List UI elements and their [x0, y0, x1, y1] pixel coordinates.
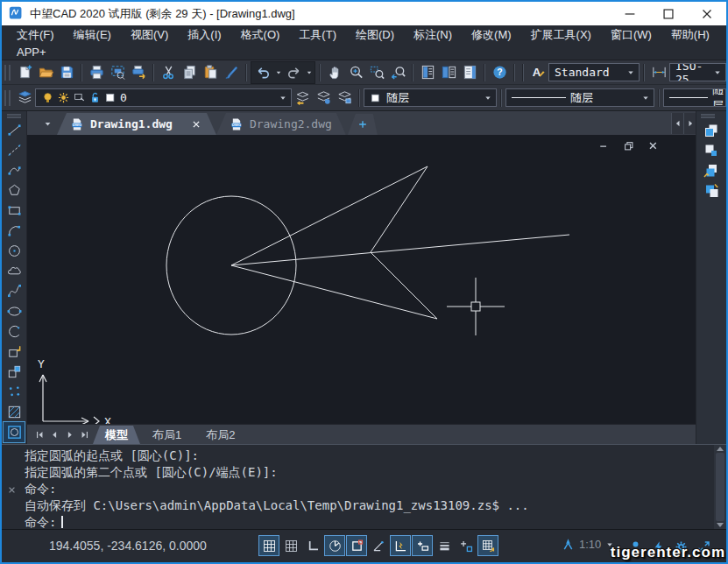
line-tool-button[interactable] — [4, 120, 25, 140]
wipeout-tool-button[interactable] — [4, 422, 25, 442]
toolbar-grip[interactable] — [7, 114, 21, 118]
paste-button[interactable] — [200, 62, 221, 83]
close-button[interactable] — [688, 2, 726, 25]
polar-toggle[interactable] — [325, 536, 344, 555]
help-button[interactable]: ? — [489, 62, 510, 83]
new-file-button[interactable] — [14, 62, 35, 83]
draworder-back-tool-button[interactable] — [701, 140, 722, 160]
menu-item-5[interactable]: 工具(T) — [289, 25, 346, 45]
format-painter-button[interactable] — [221, 62, 242, 83]
ellipse-arc-tool-button[interactable] — [4, 321, 25, 342]
undo-button[interactable] — [252, 62, 273, 83]
osnap-toggle[interactable] — [347, 536, 366, 555]
command-line-panel[interactable]: 指定圆弧的起点或 [圆心(C)]:指定圆弧的第二个点或 [圆心(C)/端点(E)… — [2, 444, 726, 529]
insert-block-tool-button[interactable] — [4, 342, 25, 362]
zoom-window-button[interactable] — [366, 62, 387, 83]
layer-isolate-button[interactable] — [334, 88, 355, 109]
layer-states-button[interactable] — [313, 88, 334, 109]
redo-button[interactable] — [283, 62, 304, 83]
new-document-tab-button[interactable] — [348, 114, 378, 135]
minimize-button[interactable] — [611, 2, 649, 25]
dynamic-input-toggle[interactable] — [413, 536, 432, 555]
pan-button[interactable] — [324, 62, 345, 83]
annotation-monitor-toggle[interactable] — [478, 536, 498, 555]
grid-toggle[interactable] — [281, 536, 300, 555]
layout-tab-3[interactable]: 布局2 — [194, 426, 247, 444]
scrollbar-thumb[interactable] — [716, 453, 724, 521]
menu-item-7[interactable]: 标注(N) — [404, 25, 462, 45]
polygon-tool-button[interactable] — [4, 180, 25, 201]
tab-scroll-left-button[interactable] — [671, 113, 683, 134]
menu-item-9[interactable]: 扩展工具(X) — [521, 25, 601, 45]
open-folder-button[interactable] — [35, 62, 56, 83]
snap-toggle[interactable] — [259, 536, 279, 555]
doc-tab-list-dropdown[interactable] — [39, 114, 55, 133]
dim-style-button[interactable] — [648, 62, 669, 83]
menu-item-0[interactable]: 文件(F) — [7, 25, 64, 45]
undo-dropdown[interactable] — [273, 63, 283, 82]
menu-item-11[interactable]: 帮助(H) — [661, 25, 719, 45]
annotation-scale-group[interactable]: 1:10 — [561, 537, 615, 552]
toolbar-grip[interactable] — [4, 90, 11, 106]
print-preview-button[interactable] — [107, 62, 128, 83]
hatch-tool-button[interactable] — [4, 402, 25, 422]
combo-caret-icon[interactable] — [626, 67, 636, 78]
draworder-front-tool-button[interactable] — [701, 120, 722, 140]
command-scrollbar[interactable] — [714, 445, 726, 529]
dim-style-combobox[interactable]: ISO-25 — [669, 63, 726, 81]
zoom-previous-button[interactable] — [387, 62, 408, 83]
color-combobox[interactable]: 随层 — [364, 88, 497, 107]
menu-item-2[interactable]: 视图(V) — [121, 25, 178, 45]
menu-item-4[interactable]: 格式(O) — [231, 25, 290, 45]
combo-caret-icon[interactable] — [640, 93, 651, 103]
menu-item-8[interactable]: 修改(M) — [462, 25, 521, 45]
circle-tool-button[interactable] — [4, 241, 25, 261]
combo-caret-icon[interactable] — [483, 93, 493, 103]
lineweight-combobox[interactable]: 随层 — [663, 88, 726, 107]
document-tab-2[interactable]: DWGDrawing2.dwg — [216, 113, 346, 135]
copy-button[interactable] — [179, 62, 200, 83]
layout-tab-1[interactable]: 模型 — [93, 426, 140, 444]
tool-palettes-button[interactable] — [459, 62, 480, 83]
command-close-icon[interactable] — [6, 450, 18, 529]
point-tool-button[interactable] — [4, 382, 25, 402]
combo-caret-icon[interactable] — [712, 67, 723, 78]
layer-manager-button[interactable] — [14, 88, 35, 109]
unlock-icon[interactable] — [88, 91, 102, 104]
plot-button[interactable] — [128, 62, 149, 83]
revision-cloud-tool-button[interactable] — [4, 261, 25, 281]
make-block-tool-button[interactable] — [4, 362, 25, 382]
combo-caret-icon[interactable] — [278, 93, 288, 103]
bulb-on-icon[interactable] — [41, 91, 54, 104]
child-restore-button[interactable] — [622, 139, 636, 153]
draworder-below-tool-button[interactable] — [701, 180, 722, 201]
rectangle-tool-button[interactable] — [4, 201, 25, 221]
draworder-above-tool-button[interactable] — [701, 160, 722, 180]
text-style-button[interactable]: A — [527, 62, 548, 83]
last-layout-button[interactable] — [77, 427, 91, 442]
plot-toggle-icon[interactable] — [73, 91, 86, 104]
first-layout-button[interactable] — [32, 427, 46, 442]
menu-app-plus[interactable]: APP+ — [7, 45, 56, 60]
menu-item-6[interactable]: 绘图(D) — [346, 25, 404, 45]
command-history[interactable]: 指定圆弧的起点或 [圆心(C)]:指定圆弧的第二个点或 [圆心(C)/端点(E)… — [25, 448, 712, 531]
scroll-down-icon[interactable] — [717, 523, 724, 527]
construction-line-tool-button[interactable] — [4, 140, 25, 160]
tab-scroll-right-button[interactable] — [683, 113, 696, 134]
layer-combobox[interactable]: 0 — [35, 88, 292, 107]
child-close-button[interactable] — [647, 139, 661, 153]
document-tab-1[interactable]: DWGDrawing1.dwg — [57, 113, 216, 135]
menu-item-3[interactable]: 插入(I) — [178, 25, 230, 45]
snap-angle-toggle[interactable] — [369, 536, 388, 555]
annotation-scale-value[interactable]: 1:10 — [579, 538, 601, 551]
next-layout-button[interactable] — [62, 427, 76, 442]
design-center-button[interactable] — [438, 62, 459, 83]
toolbar-grip[interactable] — [701, 114, 715, 118]
arc-tool-button[interactable] — [4, 221, 25, 241]
sun-icon[interactable] — [57, 91, 70, 104]
scroll-up-icon[interactable] — [717, 447, 724, 451]
linetype-combobox[interactable]: 随层 — [505, 88, 654, 107]
ellipse-tool-button[interactable] — [4, 301, 25, 321]
print-button[interactable] — [86, 62, 107, 83]
menu-item-1[interactable]: 编辑(E) — [64, 25, 121, 45]
